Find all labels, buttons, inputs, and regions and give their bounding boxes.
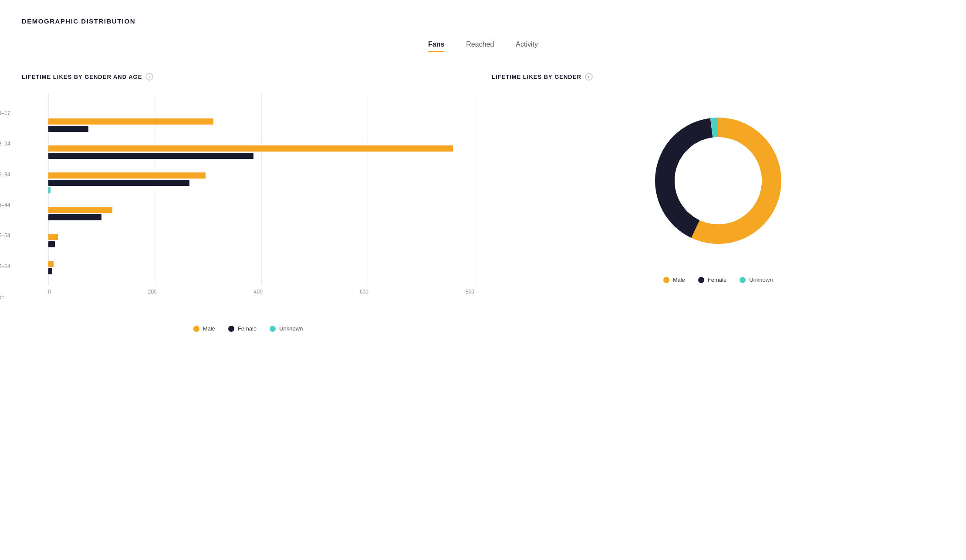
bar-male-25–34 xyxy=(48,145,453,152)
y-label-65plus: 65+ xyxy=(0,290,10,304)
bar-female-25–34 xyxy=(48,153,253,159)
donut-legend-item-male: Male xyxy=(663,277,685,283)
x-label-400: 400 xyxy=(254,289,263,295)
donut-chart-legend: Male Female Unknown xyxy=(492,277,944,283)
x-label-200: 200 xyxy=(148,289,157,295)
legend-item-female: Female xyxy=(228,325,257,332)
donut-legend-dot-female xyxy=(698,277,704,283)
y-label-18-24: 18–24 xyxy=(0,137,10,151)
donut-legend-label-male: Male xyxy=(673,277,685,283)
donut-legend-dot-male xyxy=(663,277,669,283)
donut-legend-label-female: Female xyxy=(708,277,726,283)
bar-unknown-35–44 xyxy=(48,187,51,193)
bar-row-55–64 xyxy=(48,234,474,247)
bar-male-55–64 xyxy=(48,234,58,240)
page: DEMOGRAPHIC DISTRIBUTION Fans Reached Ac… xyxy=(0,0,966,560)
bar-chart-legend: Male Female Unknown xyxy=(22,325,474,332)
donut-legend-item-unknown: Unknown xyxy=(740,277,773,283)
page-title: DEMOGRAPHIC DISTRIBUTION xyxy=(22,17,944,25)
bar-female-45–54 xyxy=(48,214,101,220)
bar-male-65+ xyxy=(48,261,54,267)
y-axis-labels: 13–17 18–24 25–34 35–44 45–54 55–64 65+ xyxy=(0,94,10,317)
tab-activity[interactable]: Activity xyxy=(516,40,538,52)
y-label-55-64: 55–64 xyxy=(0,260,10,273)
bar-chart-container: 13–17 18–24 25–34 35–44 45–54 55–64 65+ xyxy=(22,94,474,317)
bar-male-18–24 xyxy=(48,118,213,125)
tab-fans[interactable]: Fans xyxy=(428,40,444,52)
bar-rows xyxy=(48,94,474,285)
bar-male-35–44 xyxy=(48,172,206,179)
donut-legend-item-female: Female xyxy=(698,277,726,283)
bar-row-35–44 xyxy=(48,172,474,193)
legend-dot-female xyxy=(228,326,234,332)
donut-legend-label-unknown: Unknown xyxy=(749,277,773,283)
legend-dot-unknown xyxy=(270,326,276,332)
bar-female-65+ xyxy=(48,268,52,274)
bar-female-55–64 xyxy=(48,241,55,247)
y-label-45-54: 45–54 xyxy=(0,229,10,243)
bar-row-65+ xyxy=(48,261,474,274)
bar-female-18–24 xyxy=(48,126,88,132)
donut-chart-panel: LIFETIME LIKES BY GENDER i Male xyxy=(492,73,944,283)
legend-item-male: Male xyxy=(193,325,215,332)
donut-chart-title: LIFETIME LIKES BY GENDER i xyxy=(492,73,593,81)
x-label-600: 600 xyxy=(360,289,368,295)
donut-svg xyxy=(635,98,801,263)
bar-male-45–54 xyxy=(48,207,112,213)
donut-legend-dot-unknown xyxy=(740,277,746,283)
y-label-25-34: 25–34 xyxy=(0,168,10,181)
legend-label-male: Male xyxy=(203,325,215,332)
x-label-0: 0 xyxy=(48,289,51,295)
bar-chart-grid xyxy=(48,94,474,285)
tabs-container: Fans Reached Activity xyxy=(22,40,944,52)
legend-label-female: Female xyxy=(238,325,257,332)
bar-chart-info-icon[interactable]: i xyxy=(145,73,153,81)
bar-chart-title: LIFETIME LIKES BY GENDER AND AGE i xyxy=(22,73,474,81)
charts-row: LIFETIME LIKES BY GENDER AND AGE i 13–17… xyxy=(22,73,944,332)
bar-row-45–54 xyxy=(48,207,474,220)
bar-chart-panel: LIFETIME LIKES BY GENDER AND AGE i 13–17… xyxy=(22,73,474,332)
donut-chart-info-icon[interactable]: i xyxy=(585,73,593,81)
bar-row-18–24 xyxy=(48,118,474,132)
bar-row-25–34 xyxy=(48,145,474,159)
y-label-35-44: 35–44 xyxy=(0,198,10,212)
tab-reached[interactable]: Reached xyxy=(466,40,494,52)
x-label-800: 800 xyxy=(466,289,474,295)
y-label-13-17: 13–17 xyxy=(0,107,10,120)
legend-label-unknown: Unknown xyxy=(279,325,303,332)
legend-dot-male xyxy=(193,326,199,332)
bar-female-35–44 xyxy=(48,180,189,186)
legend-item-unknown: Unknown xyxy=(270,325,303,332)
donut-hole xyxy=(675,137,762,224)
donut-wrapper xyxy=(492,98,944,263)
x-axis-labels: 0 200 400 600 800 xyxy=(48,289,474,295)
